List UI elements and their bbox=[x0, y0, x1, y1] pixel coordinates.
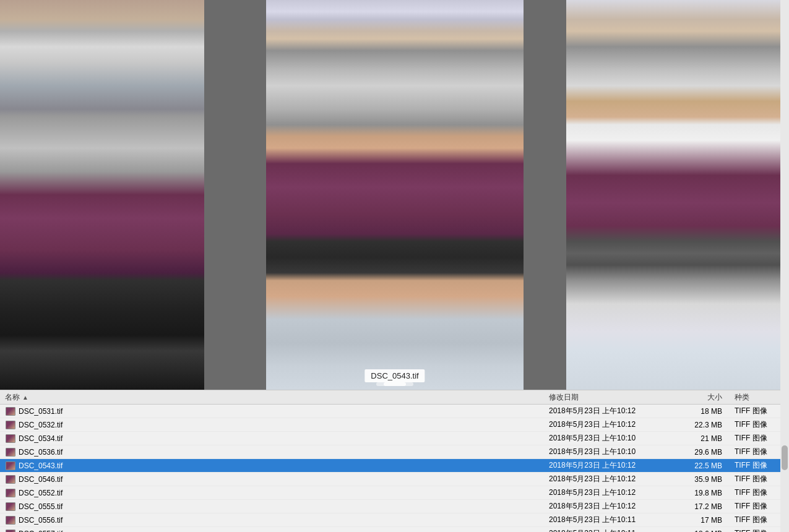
sort-arrow-icon: ▲ bbox=[22, 394, 28, 401]
table-row[interactable]: DSC_0532.tif2018年5月23日 上午10:1222.3 MBTIF… bbox=[0, 418, 789, 432]
gallery-right-image bbox=[566, 0, 789, 390]
gallery-right-panel bbox=[566, 0, 789, 390]
file-date: 2018年5月23日 上午10:12 bbox=[549, 406, 673, 416]
tiff-icon bbox=[6, 530, 15, 533]
window-scrollbar[interactable] bbox=[780, 0, 789, 532]
tiff-icon bbox=[6, 502, 15, 511]
file-list-header: 名称 ▲ 修改日期 大小 种类 bbox=[0, 390, 789, 405]
gallery-scroll-thumb bbox=[384, 382, 406, 386]
table-row[interactable]: DSC_0531.tif2018年5月23日 上午10:1218 MBTIFF … bbox=[0, 405, 789, 418]
gallery-scroll-indicator bbox=[376, 382, 413, 386]
file-rows-container[interactable]: DSC_0531.tif2018年5月23日 上午10:1218 MBTIFF … bbox=[0, 405, 789, 532]
file-icon bbox=[5, 488, 16, 498]
file-date: 2018年5月23日 上午10:11 bbox=[549, 515, 673, 525]
tiff-icon bbox=[6, 448, 15, 457]
file-name: DSC_0532.tif bbox=[19, 421, 549, 429]
file-date: 2018年5月23日 上午10:12 bbox=[549, 501, 673, 512]
file-icon bbox=[5, 447, 16, 457]
gallery-strip: DSC_0543.tif bbox=[0, 0, 789, 390]
tiff-icon bbox=[6, 407, 15, 416]
tiff-icon bbox=[6, 475, 15, 484]
table-row[interactable]: DSC_0552.tif2018年5月23日 上午10:1219.8 MBTIF… bbox=[0, 486, 789, 500]
gallery-center-image bbox=[266, 0, 524, 390]
image-filename-label: DSC_0543.tif bbox=[364, 369, 425, 382]
file-name: DSC_0531.tif bbox=[19, 407, 549, 416]
file-date: 2018年5月23日 上午10:11 bbox=[549, 528, 673, 532]
file-icon bbox=[5, 420, 16, 430]
file-type: TIFF 图像 bbox=[735, 487, 784, 498]
tiff-icon bbox=[6, 461, 15, 470]
column-header-date[interactable]: 修改日期 bbox=[549, 392, 673, 403]
column-header-name[interactable]: 名称 ▲ bbox=[5, 392, 549, 403]
file-name: DSC_0555.tif bbox=[19, 502, 549, 511]
file-icon bbox=[5, 502, 16, 512]
file-type: TIFF 图像 bbox=[735, 406, 784, 416]
file-icon bbox=[5, 434, 16, 444]
file-size: 19.8 MB bbox=[673, 489, 735, 497]
file-icon bbox=[5, 515, 16, 525]
file-name: DSC_0534.tif bbox=[19, 434, 549, 443]
file-name: DSC_0543.tif bbox=[19, 461, 549, 470]
table-row[interactable]: DSC_0557.tif2018年5月23日 上午10:1118.6 MBTIF… bbox=[0, 527, 789, 532]
column-header-type[interactable]: 种类 bbox=[735, 392, 784, 403]
file-size: 22.5 MB bbox=[673, 461, 735, 470]
file-size: 22.3 MB bbox=[673, 421, 735, 429]
gallery-center-panel: DSC_0543.tif bbox=[266, 0, 524, 390]
table-row[interactable]: DSC_0555.tif2018年5月23日 上午10:1217.2 MBTIF… bbox=[0, 500, 789, 513]
file-name: DSC_0546.tif bbox=[19, 475, 549, 484]
file-icon bbox=[5, 474, 16, 484]
file-icon bbox=[5, 529, 16, 533]
gallery-left-image bbox=[0, 0, 204, 390]
column-name-label: 名称 bbox=[5, 392, 20, 403]
image-gallery: DSC_0543.tif bbox=[0, 0, 789, 390]
file-size: 18 MB bbox=[673, 407, 735, 416]
file-type: TIFF 图像 bbox=[735, 447, 784, 457]
column-header-size[interactable]: 大小 bbox=[673, 392, 735, 403]
file-type: TIFF 图像 bbox=[735, 433, 784, 444]
table-row[interactable]: DSC_0534.tif2018年5月23日 上午10:1021 MBTIFF … bbox=[0, 432, 789, 445]
table-row[interactable]: DSC_0543.tif2018年5月23日 上午10:1222.5 MBTIF… bbox=[0, 459, 789, 473]
file-type: TIFF 图像 bbox=[735, 501, 784, 512]
file-date: 2018年5月23日 上午10:12 bbox=[549, 419, 673, 430]
file-type: TIFF 图像 bbox=[735, 528, 784, 532]
file-date: 2018年5月23日 上午10:12 bbox=[549, 487, 673, 498]
file-name: DSC_0556.tif bbox=[19, 516, 549, 525]
file-size: 18.6 MB bbox=[673, 530, 735, 533]
table-row[interactable]: DSC_0546.tif2018年5月23日 上午10:1235.9 MBTIF… bbox=[0, 473, 789, 486]
file-size: 35.9 MB bbox=[673, 475, 735, 484]
tiff-icon bbox=[6, 421, 15, 429]
file-size: 29.6 MB bbox=[673, 448, 735, 457]
file-name: DSC_0552.tif bbox=[19, 489, 549, 497]
file-size: 17 MB bbox=[673, 516, 735, 525]
file-name: DSC_0557.tif bbox=[19, 530, 549, 533]
file-type: TIFF 图像 bbox=[735, 460, 784, 471]
tiff-icon bbox=[6, 434, 15, 443]
tiff-icon bbox=[6, 516, 15, 525]
table-row[interactable]: DSC_0536.tif2018年5月23日 上午10:1029.6 MBTIF… bbox=[0, 445, 789, 459]
file-type: TIFF 图像 bbox=[735, 474, 784, 484]
file-date: 2018年5月23日 上午10:10 bbox=[549, 433, 673, 444]
window-scrollbar-thumb[interactable] bbox=[782, 445, 788, 470]
file-type: TIFF 图像 bbox=[735, 419, 784, 430]
file-date: 2018年5月23日 上午10:10 bbox=[549, 447, 673, 457]
file-size: 21 MB bbox=[673, 434, 735, 443]
file-icon bbox=[5, 406, 16, 416]
tiff-icon bbox=[6, 489, 15, 497]
file-name: DSC_0536.tif bbox=[19, 448, 549, 457]
table-row[interactable]: DSC_0556.tif2018年5月23日 上午10:1117 MBTIFF … bbox=[0, 513, 789, 527]
gallery-left-panel bbox=[0, 0, 204, 390]
file-size: 17.2 MB bbox=[673, 502, 735, 511]
file-type: TIFF 图像 bbox=[735, 515, 784, 525]
file-icon bbox=[5, 461, 16, 471]
file-date: 2018年5月23日 上午10:12 bbox=[549, 460, 673, 471]
file-date: 2018年5月23日 上午10:12 bbox=[549, 474, 673, 484]
file-list: 名称 ▲ 修改日期 大小 种类 DSC_0531.tif2018年5月23日 上… bbox=[0, 390, 789, 532]
